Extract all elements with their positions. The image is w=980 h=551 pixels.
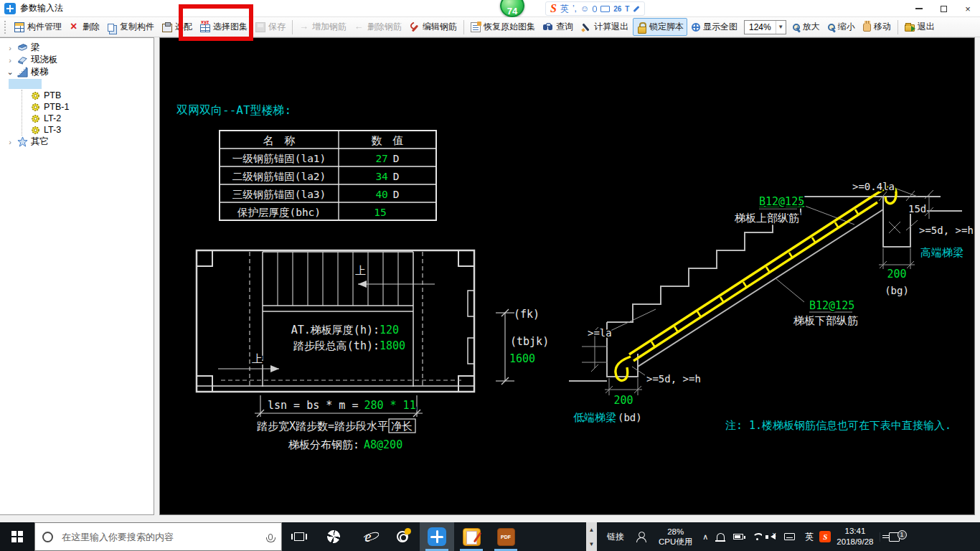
zoom-level-combo[interactable]: 124% ▼ bbox=[744, 20, 786, 34]
wifi-icon[interactable] bbox=[752, 533, 762, 541]
touch-keyboard-icon[interactable] bbox=[784, 533, 795, 540]
bell-icon[interactable] bbox=[717, 533, 725, 540]
gear-icon bbox=[31, 91, 40, 100]
query-button[interactable]: 查询 bbox=[540, 18, 577, 36]
flight-height-value[interactable]: 1800 bbox=[380, 339, 405, 352]
zoom-out-button[interactable]: 缩小 bbox=[824, 18, 859, 36]
component-manage-button[interactable]: 构件管理 bbox=[11, 18, 65, 36]
sogou-ime-toolbar[interactable]: S 英 ’, ☺ 26 T bbox=[545, 1, 645, 16]
sidebar-item-lt-3[interactable]: LT-3 bbox=[25, 124, 154, 136]
wubi-mode-icon[interactable]: 26 bbox=[613, 5, 621, 13]
pan-button[interactable]: 移动 bbox=[859, 18, 895, 36]
action-center-button[interactable]: 1 bbox=[880, 532, 908, 542]
sidebar-item-beam[interactable]: › 梁 bbox=[0, 42, 154, 54]
task-view-button[interactable] bbox=[282, 522, 316, 551]
add-rebar-button[interactable]: 增加钢筋 bbox=[296, 18, 350, 36]
save-icon bbox=[255, 22, 265, 32]
taskbar-search[interactable] bbox=[34, 522, 282, 551]
ime-punctuation-toggle[interactable]: ’, bbox=[573, 4, 577, 14]
cad-drawing-canvas[interactable]: 双网双向--AT型楼梯: 名 称 数 值 一级钢筋锚固(la1) 27D 二级钢… bbox=[159, 37, 975, 515]
distribution-rebar-value[interactable]: A8@200 bbox=[364, 438, 402, 451]
close-button[interactable]: × bbox=[956, 0, 980, 17]
links-toolbar-label[interactable]: 链接 bbox=[601, 531, 630, 543]
high-beam-label: 高端梯梁 bbox=[920, 246, 963, 259]
expander-collapsed-icon[interactable]: › bbox=[6, 56, 14, 65]
minimize-button[interactable] bbox=[907, 0, 931, 17]
skin-icon[interactable]: T bbox=[625, 5, 629, 13]
sidebar-item-ptb[interactable]: PTB bbox=[25, 90, 154, 101]
fit-view-button[interactable]: 显示全图 bbox=[688, 18, 741, 36]
tbjk-value[interactable]: 1600 bbox=[509, 352, 535, 365]
ime-settings-icon[interactable] bbox=[633, 5, 640, 11]
sogou-tray-icon[interactable]: S bbox=[819, 531, 831, 542]
expander-expanded-icon[interactable]: ⌄ bbox=[6, 67, 14, 77]
sidebar-item-slab[interactable]: › 现浇板 bbox=[0, 54, 154, 66]
ime-language-toggle[interactable]: 英 bbox=[560, 3, 569, 15]
top-rebar-spec[interactable]: B12@125 bbox=[759, 195, 804, 208]
expander-collapsed-icon[interactable]: › bbox=[6, 44, 14, 52]
ime-indicator[interactable]: 英 bbox=[799, 531, 819, 543]
table-row-value[interactable]: 27D bbox=[375, 153, 399, 164]
tray-chevron-up-icon[interactable]: ∧ bbox=[702, 532, 708, 542]
table-row-value[interactable]: 15 bbox=[374, 207, 386, 218]
start-button[interactable] bbox=[0, 522, 34, 551]
soft-keyboard-icon[interactable] bbox=[600, 6, 610, 12]
volume-muted-icon[interactable] bbox=[771, 534, 776, 540]
360-safe-icon bbox=[397, 531, 408, 542]
sidebar-item-ptb-1[interactable]: PTB-1 bbox=[25, 101, 154, 113]
people-icon[interactable] bbox=[636, 532, 647, 542]
taskbar-toolbar-scroll[interactable]: ▲▼ bbox=[586, 522, 597, 551]
taskbar-app-ie[interactable]: e bbox=[351, 522, 385, 551]
zoom-level-value[interactable]: 124% bbox=[745, 22, 776, 32]
clock-date: 2018/9/28 bbox=[837, 537, 873, 547]
scroll-up-icon[interactable]: ▲ bbox=[589, 527, 595, 533]
taskbar-app-360[interactable] bbox=[385, 522, 420, 551]
component-manage-icon bbox=[14, 22, 24, 32]
select-match-button[interactable]: 选配 bbox=[159, 18, 196, 36]
task-view-icon bbox=[294, 532, 304, 541]
restore-atlas-button[interactable]: 恢复原始图集 bbox=[467, 18, 539, 36]
cpu-usage-widget[interactable]: 28% CPU使用 bbox=[653, 527, 698, 547]
taskbar-app-pinwheel[interactable] bbox=[316, 522, 351, 551]
slab-thickness-label: AT.梯板厚度(h): bbox=[291, 324, 380, 336]
search-mic-icon[interactable] bbox=[268, 534, 273, 540]
taskbar-app-notepad[interactable] bbox=[454, 522, 489, 551]
voice-input-icon[interactable] bbox=[593, 6, 597, 12]
battery-icon[interactable] bbox=[733, 534, 743, 540]
sidebar-item-lt-2[interactable]: LT-2 bbox=[25, 113, 154, 124]
scroll-down-icon[interactable]: ▼ bbox=[589, 541, 595, 547]
search-input[interactable] bbox=[60, 531, 261, 543]
sidebar-item-other[interactable]: › 其它 bbox=[0, 136, 154, 148]
bottom-rebar-spec[interactable]: B12@125 bbox=[809, 299, 854, 312]
zoom-in-button[interactable]: 放大 bbox=[789, 18, 824, 36]
lock-script-button[interactable]: 锁定脚本 bbox=[633, 18, 687, 36]
slab-thickness-value[interactable]: 120 bbox=[380, 324, 399, 336]
tree-selected-blank-item[interactable] bbox=[9, 79, 42, 89]
chevron-down-icon[interactable]: ▼ bbox=[776, 21, 786, 34]
restore-button[interactable] bbox=[931, 0, 956, 17]
exit-button[interactable]: 退出 bbox=[901, 18, 938, 36]
taskbar-app-glodon[interactable] bbox=[420, 522, 454, 551]
calc-pen-icon bbox=[581, 22, 591, 32]
copy-component-button[interactable]: 复制构件 bbox=[104, 18, 158, 36]
table-row-value[interactable]: 40D bbox=[375, 189, 399, 200]
save-button[interactable]: 保存 bbox=[252, 18, 289, 36]
delete-rebar-button[interactable]: 删除钢筋 bbox=[351, 18, 405, 36]
lsn-formula: lsn = bs * m =280 * 11 bbox=[268, 399, 416, 412]
select-atlas-button[interactable]: 选择图集 bbox=[197, 18, 251, 36]
delete-button[interactable]: 删除 bbox=[66, 18, 103, 36]
taskbar-clock[interactable]: 13:41 2018/9/28 bbox=[831, 526, 879, 547]
table-row-value[interactable]: 34D bbox=[375, 171, 399, 182]
component-tree-panel: › 梁 › 现浇板 ⌄ 楼梯 PTB bbox=[0, 37, 154, 515]
low-beam-width-value[interactable]: 200 bbox=[613, 394, 633, 407]
emoji-icon[interactable]: ☺ bbox=[580, 4, 589, 14]
edit-rebar-button[interactable]: 编辑钢筋 bbox=[406, 18, 461, 36]
expander-collapsed-icon[interactable]: › bbox=[6, 138, 14, 146]
titlebar: 参数输入法 74 S 英 ’, ☺ 26 T × bbox=[0, 0, 980, 17]
calc-exit-button[interactable]: 计算退出 bbox=[578, 18, 632, 36]
sogou-logo-icon[interactable]: S bbox=[550, 2, 557, 15]
lock-icon bbox=[636, 22, 646, 32]
taskbar-app-pdf[interactable] bbox=[489, 522, 523, 551]
sidebar-item-stair[interactable]: ⌄ 楼梯 bbox=[0, 66, 154, 78]
high-beam-width-value[interactable]: 200 bbox=[887, 268, 906, 281]
